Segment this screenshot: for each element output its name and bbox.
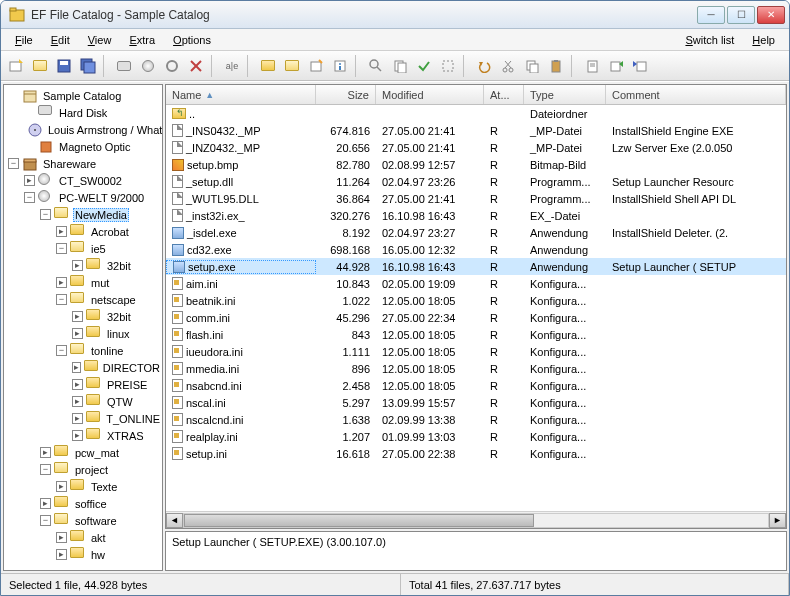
tree-node[interactable]: ▸mut xyxy=(4,274,162,291)
copy-button[interactable] xyxy=(521,55,543,77)
tree-expander[interactable]: ▸ xyxy=(40,447,51,458)
tree-node[interactable]: Hard Disk xyxy=(4,104,162,121)
folder1-button[interactable] xyxy=(257,55,279,77)
tree-expander[interactable]: − xyxy=(40,209,51,220)
file-row[interactable]: iueudora.ini 1.111 12.05.00 18:05 R Konf… xyxy=(166,343,786,360)
menu-file[interactable]: File xyxy=(7,32,41,48)
tree-node[interactable]: ▸Texte xyxy=(4,478,162,495)
tree-node[interactable]: ▸CT_SW0002 xyxy=(4,172,162,189)
tree-expander[interactable]: ▸ xyxy=(72,396,83,407)
paste-button[interactable] xyxy=(545,55,567,77)
edit-comment-button[interactable] xyxy=(305,55,327,77)
save-all-button[interactable] xyxy=(77,55,99,77)
tree-node[interactable]: ▸akt xyxy=(4,529,162,546)
tree-expander[interactable]: ▸ xyxy=(72,379,83,390)
file-row[interactable]: setup.ini 16.618 27.05.00 22:38 R Konfig… xyxy=(166,445,786,462)
tree-expander[interactable]: ▸ xyxy=(56,481,67,492)
menu-switch[interactable]: Switch list xyxy=(677,32,742,48)
tree-expander[interactable]: ▸ xyxy=(56,549,67,560)
col-comment[interactable]: Comment xyxy=(606,85,786,104)
file-row[interactable]: beatnik.ini 1.022 12.05.00 18:05 R Konfi… xyxy=(166,292,786,309)
col-name[interactable]: Name ▲ xyxy=(166,85,316,104)
tree-node[interactable]: ▸hw xyxy=(4,546,162,563)
tree-expander[interactable]: ▸ xyxy=(56,532,67,543)
menu-extra[interactable]: Extra xyxy=(121,32,163,48)
tree-view[interactable]: Sample CatalogHard DiskLouis Armstrong /… xyxy=(3,84,163,571)
refresh-button[interactable] xyxy=(161,55,183,77)
file-row[interactable]: _isdel.exe 8.192 02.04.97 23:27 R Anwend… xyxy=(166,224,786,241)
maximize-button[interactable]: ☐ xyxy=(727,6,755,24)
tree-node[interactable]: ▸QTW xyxy=(4,393,162,410)
column-headers[interactable]: Name ▲ Size Modified At... Type Comment xyxy=(166,85,786,105)
properties-button[interactable] xyxy=(329,55,351,77)
tree-expander[interactable]: ▸ xyxy=(72,311,83,322)
file-row[interactable]: nscalcnd.ini 1.638 02.09.99 13:38 R Konf… xyxy=(166,411,786,428)
tree-expander[interactable]: ▸ xyxy=(56,277,67,288)
menu-options[interactable]: Options xyxy=(165,32,219,48)
file-list[interactable]: Name ▲ Size Modified At... Type Comment … xyxy=(165,84,787,529)
tree-node[interactable]: −project xyxy=(4,461,162,478)
tree-expander[interactable]: ▸ xyxy=(72,260,83,271)
scroll-left-icon[interactable]: ◄ xyxy=(166,513,183,528)
add-media-button[interactable] xyxy=(113,55,135,77)
tree-expander[interactable]: − xyxy=(56,345,67,356)
tree-expander[interactable]: − xyxy=(56,294,67,305)
tree-node[interactable]: ▸32bit xyxy=(4,308,162,325)
tree-expander[interactable]: − xyxy=(40,464,51,475)
menu-help[interactable]: Help xyxy=(744,32,783,48)
titlebar[interactable]: EF File Catalog - Sample Catalog ─ ☐ ✕ xyxy=(1,1,789,29)
file-row[interactable]: aim.ini 10.843 02.05.00 19:09 R Konfigur… xyxy=(166,275,786,292)
file-row[interactable]: .. Dateiordner xyxy=(166,105,786,122)
tree-expander[interactable]: ▸ xyxy=(24,175,35,186)
file-row[interactable]: comm.ini 45.296 27.05.00 22:34 R Konfigu… xyxy=(166,309,786,326)
tree-expander[interactable]: ▸ xyxy=(40,498,51,509)
tree-node[interactable]: Louis Armstrong / What a Wonde xyxy=(4,121,162,138)
horizontal-scrollbar[interactable]: ◄ ► xyxy=(166,511,786,528)
col-attributes[interactable]: At... xyxy=(484,85,524,104)
rename-button[interactable]: a|e xyxy=(221,55,243,77)
file-row[interactable]: _INS0432._MP 674.816 27.05.00 21:41 R _M… xyxy=(166,122,786,139)
tree-node[interactable]: −ie5 xyxy=(4,240,162,257)
tree-node[interactable]: ▸PREISE xyxy=(4,376,162,393)
scroll-thumb[interactable] xyxy=(184,514,534,527)
tree-node[interactable]: ▸soffice xyxy=(4,495,162,512)
tree-node[interactable]: ▸Acrobat xyxy=(4,223,162,240)
import-button[interactable] xyxy=(629,55,651,77)
tree-node[interactable]: −netscape xyxy=(4,291,162,308)
new-catalog-button[interactable] xyxy=(5,55,27,77)
report-button[interactable] xyxy=(581,55,603,77)
file-row[interactable]: nscal.ini 5.297 13.09.99 15:57 R Konfigu… xyxy=(166,394,786,411)
cut-button[interactable] xyxy=(497,55,519,77)
export-button[interactable] xyxy=(605,55,627,77)
file-row[interactable]: nsabcnd.ini 2.458 12.05.00 18:05 R Konfi… xyxy=(166,377,786,394)
file-row[interactable]: setup.exe 44.928 16.10.98 16:43 R Anwend… xyxy=(166,258,786,275)
tree-node[interactable]: −software xyxy=(4,512,162,529)
file-row[interactable]: flash.ini 843 12.05.00 18:05 R Konfigura… xyxy=(166,326,786,343)
col-size[interactable]: Size xyxy=(316,85,376,104)
tree-node[interactable]: Magneto Optic xyxy=(4,138,162,155)
tree-expander[interactable]: − xyxy=(8,158,19,169)
select-button[interactable] xyxy=(437,55,459,77)
copy-list-button[interactable] xyxy=(389,55,411,77)
col-type[interactable]: Type xyxy=(524,85,606,104)
tree-node[interactable]: −PC-WELT 9/2000 xyxy=(4,189,162,206)
folder2-button[interactable] xyxy=(281,55,303,77)
close-button[interactable]: ✕ xyxy=(757,6,785,24)
col-modified[interactable]: Modified xyxy=(376,85,484,104)
tree-node[interactable]: ▸pcw_mat xyxy=(4,444,162,461)
file-row[interactable]: _INZ0432._MP 20.656 27.05.00 21:41 R _MP… xyxy=(166,139,786,156)
tree-expander[interactable]: ▸ xyxy=(72,328,83,339)
tree-node[interactable]: Sample Catalog xyxy=(4,87,162,104)
minimize-button[interactable]: ─ xyxy=(697,6,725,24)
tree-node[interactable]: ▸DIRECTOR xyxy=(4,359,162,376)
tree-expander[interactable]: ▸ xyxy=(72,413,83,424)
save-button[interactable] xyxy=(53,55,75,77)
file-row[interactable]: _setup.dll 11.264 02.04.97 23:26 R Progr… xyxy=(166,173,786,190)
menu-edit[interactable]: Edit xyxy=(43,32,78,48)
file-row[interactable]: setup.bmp 82.780 02.08.99 12:57 R Bitmap… xyxy=(166,156,786,173)
file-row[interactable]: _WUTL95.DLL 36.864 27.05.00 21:41 R Prog… xyxy=(166,190,786,207)
tree-expander[interactable]: ▸ xyxy=(56,226,67,237)
file-row[interactable]: _inst32i.ex_ 320.276 16.10.98 16:43 R EX… xyxy=(166,207,786,224)
menu-view[interactable]: View xyxy=(80,32,120,48)
file-row[interactable]: cd32.exe 698.168 16.05.00 12:32 R Anwend… xyxy=(166,241,786,258)
